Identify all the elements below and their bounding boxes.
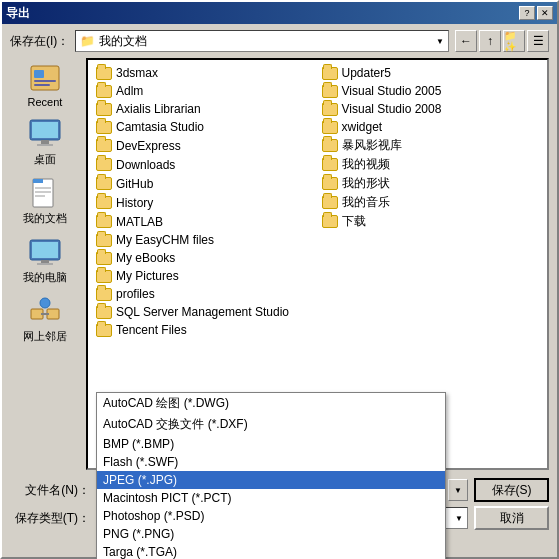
svg-rect-5 [32, 122, 58, 138]
folder-icon [96, 83, 112, 99]
file-item[interactable]: xwidget [318, 118, 544, 136]
svg-rect-10 [35, 187, 51, 189]
sidebar-item-mydocs[interactable]: 我的文档 [10, 173, 80, 230]
filename-dropdown-arrow[interactable]: ▼ [448, 479, 468, 501]
svg-rect-16 [37, 263, 53, 265]
file-item[interactable] [318, 231, 544, 249]
help-button[interactable]: ? [519, 6, 535, 20]
file-item[interactable]: GitHub [92, 174, 318, 193]
svg-rect-12 [35, 195, 45, 197]
file-grid: 3dsmax Updater5 Adlm Visual Studio 2005 [92, 64, 543, 339]
back-button[interactable]: ← [455, 30, 477, 52]
filetype-option[interactable]: Flash (*.SWF) [97, 453, 445, 471]
file-item[interactable]: Updater5 [318, 64, 544, 82]
svg-rect-11 [35, 191, 51, 193]
filename-label: 文件名(N)： [10, 482, 90, 499]
file-item[interactable] [318, 303, 544, 321]
file-item[interactable]: 我的音乐 [318, 193, 544, 212]
save-button[interactable]: 保存(S) [474, 478, 549, 502]
file-item[interactable]: Camtasia Studio [92, 118, 318, 136]
file-name: Tencent Files [116, 323, 187, 337]
cancel-button[interactable]: 取消 [474, 506, 549, 530]
file-item[interactable]: Visual Studio 2008 [318, 100, 544, 118]
view-button[interactable]: ☰ [527, 30, 549, 52]
file-item[interactable]: SQL Server Management Studio [92, 303, 318, 321]
sidebar-item-network[interactable]: 网上邻居 [10, 291, 80, 348]
file-item[interactable]: 暴风影视库 [318, 136, 544, 155]
file-item[interactable]: Adlm [92, 82, 318, 100]
title-bar-left: 导出 [6, 5, 30, 22]
filetype-option[interactable]: BMP (*.BMP) [97, 435, 445, 453]
file-item[interactable]: History [92, 193, 318, 212]
file-item[interactable]: Visual Studio 2005 [318, 82, 544, 100]
window-title: 导出 [6, 5, 30, 22]
new-folder-button[interactable]: 📁✨ [503, 30, 525, 52]
filetype-option[interactable]: Photoshop (*.PSD) [97, 507, 445, 525]
file-name: Visual Studio 2005 [342, 84, 442, 98]
filetype-option[interactable]: Macintosh PICT (*.PCT) [97, 489, 445, 507]
folder-icon [96, 195, 112, 211]
filetype-option[interactable]: Targa (*.TGA) [97, 543, 445, 559]
file-item[interactable]: Tencent Files [92, 321, 318, 339]
sidebar-item-desktop[interactable]: 桌面 [10, 114, 80, 171]
file-name: 我的音乐 [342, 194, 390, 211]
sidebar-label: 网上邻居 [23, 329, 67, 344]
file-item[interactable]: Axialis Librarian [92, 100, 318, 118]
filetype-option[interactable]: AutoCAD 绘图 (*.DWG) [97, 393, 445, 414]
folder-icon [96, 322, 112, 338]
folder-icon [322, 195, 338, 211]
file-item[interactable] [318, 249, 544, 267]
up-icon: ↑ [487, 34, 493, 48]
file-name: Axialis Librarian [116, 102, 201, 116]
folder-icon [96, 268, 112, 284]
file-item[interactable] [318, 321, 544, 339]
file-item[interactable]: 3dsmax [92, 64, 318, 82]
filetype-option[interactable]: AutoCAD 交换文件 (*.DXF) [97, 414, 445, 435]
filetype-dropdown-list[interactable]: AutoCAD 绘图 (*.DWG)AutoCAD 交换文件 (*.DXF)BM… [96, 392, 446, 559]
file-item[interactable]: MATLAB [92, 212, 318, 231]
mydocs-icon [29, 177, 61, 209]
location-label: 保存在(I)： [10, 33, 69, 50]
toolbar-row: 保存在(I)： 📁 我的文档 ▼ ← ↑ 📁✨ ☰ [10, 30, 549, 52]
folder-icon [322, 176, 338, 192]
file-item[interactable] [318, 285, 544, 303]
file-name: Downloads [116, 158, 175, 172]
sidebar-label: 我的文档 [23, 211, 67, 226]
folder-icon [96, 176, 112, 192]
title-bar: 导出 ? ✕ [2, 2, 557, 24]
svg-rect-14 [32, 242, 58, 258]
folder-icon: 📁 [80, 34, 95, 48]
file-item[interactable]: profiles [92, 285, 318, 303]
svg-rect-19 [41, 313, 49, 315]
filetype-option[interactable]: PNG (*.PNG) [97, 525, 445, 543]
folder-icon [322, 101, 338, 117]
folder-icon [96, 304, 112, 320]
svg-rect-7 [37, 144, 53, 146]
location-dropdown[interactable]: 📁 我的文档 ▼ [75, 30, 449, 52]
svg-rect-15 [41, 260, 49, 263]
filetype-option[interactable]: JPEG (*.JPG) [97, 471, 445, 489]
back-icon: ← [460, 34, 472, 48]
file-item[interactable]: 我的视频 [318, 155, 544, 174]
close-button[interactable]: ✕ [537, 6, 553, 20]
up-button[interactable]: ↑ [479, 30, 501, 52]
mypc-icon [29, 236, 61, 268]
file-item[interactable]: 我的形状 [318, 174, 544, 193]
file-item[interactable] [318, 267, 544, 285]
svg-rect-2 [34, 80, 56, 82]
sidebar-item-recent[interactable]: Recent [10, 58, 80, 112]
network-icon [29, 295, 61, 327]
file-name: Visual Studio 2008 [342, 102, 442, 116]
file-item[interactable]: DevExpress [92, 136, 318, 155]
file-name: 我的视频 [342, 156, 390, 173]
file-item[interactable]: Downloads [92, 155, 318, 174]
sidebar-label: 桌面 [34, 152, 56, 167]
file-name: 我的形状 [342, 175, 390, 192]
file-item[interactable]: My Pictures [92, 267, 318, 285]
file-item[interactable]: My eBooks [92, 249, 318, 267]
sidebar-item-mypc[interactable]: 我的电脑 [10, 232, 80, 289]
file-item[interactable]: My EasyCHM files [92, 231, 318, 249]
file-name: MATLAB [116, 215, 163, 229]
file-name: My eBooks [116, 251, 175, 265]
file-item[interactable]: 下载 [318, 212, 544, 231]
